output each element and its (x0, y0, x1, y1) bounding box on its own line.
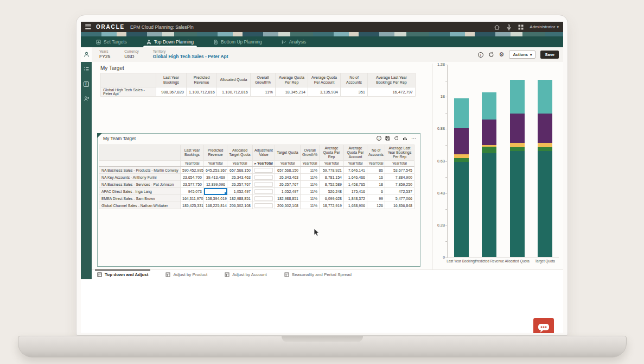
user-menu[interactable]: Administrator ▾ (530, 24, 559, 29)
team-grid-cell[interactable]: 1,458,765 (344, 181, 367, 188)
team-grid-cell[interactable]: 11% (301, 174, 320, 181)
info-icon[interactable]: i (377, 136, 381, 141)
menu-icon[interactable] (85, 24, 91, 29)
grid-cell[interactable]: 3,135,934 (308, 87, 341, 97)
team-subheader-cell[interactable]: ▸ YearTotal (253, 161, 275, 167)
team-grid-cell[interactable]: 16 (367, 174, 385, 181)
sidebar-item-forms[interactable]: Σ (81, 77, 92, 91)
team-grid-cell[interactable]: 1,638,906 (344, 202, 367, 209)
sidebar-item-task-list[interactable] (81, 62, 92, 77)
team-grid-cell[interactable]: 23,654,700 (181, 174, 204, 181)
home-icon[interactable] (494, 24, 500, 30)
team-grid-cell[interactable]: 182,988,851 (275, 195, 301, 202)
chart-icon[interactable] (403, 136, 407, 141)
sidebar-item-my-targets[interactable] (81, 47, 92, 62)
team-grid-cell[interactable]: 1,646,466 (344, 174, 367, 181)
team-grid-cell[interactable]: 472,537 (385, 188, 415, 195)
team-grid-cell[interactable]: 590,452,995 (181, 167, 204, 174)
team-grid-cell[interactable]: 945,073 (181, 188, 204, 195)
team-grid-cell[interactable]: 126 (367, 202, 385, 209)
team-grid-cell[interactable]: 11% (301, 188, 320, 195)
grid-cell[interactable]: 988,367,820 (156, 87, 187, 97)
team-grid-cell[interactable]: 86 (367, 167, 385, 174)
pov-territory-link[interactable]: Global High Tech Sales - Peter Apt (153, 54, 228, 60)
adjustment-value-input[interactable] (254, 189, 273, 194)
team-grid-cell[interactable]: 16,856,848 (385, 202, 415, 209)
team-grid-cell[interactable] (253, 202, 275, 209)
team-grid-cell[interactable]: 26,343,463 (275, 174, 301, 181)
team-grid-cell[interactable]: 11% (301, 181, 320, 188)
team-grid-cell[interactable]: 6 (367, 188, 385, 195)
team-grid-cell[interactable]: 1,052,497 (275, 188, 301, 195)
team-grid-cell[interactable]: 168,225,814 (204, 202, 227, 209)
sidebar-item-insights[interactable] (81, 91, 92, 106)
tab-bottom-up-planning[interactable]: Bottom Up Planning (213, 36, 262, 47)
voice-assistant-icon[interactable] (506, 24, 512, 30)
actions-button[interactable]: Actions ▾ (509, 51, 535, 59)
grid-cell[interactable]: 11% (251, 87, 276, 97)
team-grid-cell[interactable] (253, 181, 275, 188)
subtab-adjust-by-product[interactable]: Adjust by Product (165, 270, 207, 279)
adjustment-value-input[interactable] (254, 168, 273, 173)
refresh-icon[interactable] (488, 52, 494, 58)
team-grid-cell[interactable]: 26,257,767 (275, 181, 301, 188)
grid-cell[interactable]: 1,100,712,816 (217, 87, 251, 97)
selected-grid-cell[interactable] (204, 188, 227, 195)
team-grid-cell[interactable]: 645,253,367 (204, 167, 227, 174)
grid-cell[interactable]: 18,345,214 (276, 87, 308, 97)
chat-feedback-button[interactable] (533, 318, 554, 333)
team-grid-cell[interactable]: 6,099,628 (320, 195, 344, 202)
team-grid-cell[interactable]: 7,859,250 (385, 181, 415, 188)
pov-years-value[interactable]: FY25 (99, 54, 110, 60)
grid-cell[interactable]: 16,472,797 (368, 87, 416, 97)
pov-currency-value[interactable]: USD (124, 54, 138, 60)
team-grid-cell[interactable]: 18,772,919 (320, 202, 344, 209)
save-button[interactable]: Save (540, 51, 559, 59)
team-grid-cell[interactable]: 12,899,096 (204, 181, 227, 188)
team-grid-cell[interactable] (253, 174, 275, 181)
team-grid-cell[interactable]: 59,778,921 (320, 167, 344, 174)
team-grid-cell[interactable]: 11% (301, 202, 320, 209)
team-grid-cell[interactable] (253, 167, 275, 174)
team-grid-cell[interactable]: 185,425,331 (181, 202, 204, 209)
team-grid-cell[interactable] (253, 195, 275, 202)
team-grid-cell[interactable]: 23,577,750 (181, 181, 204, 188)
tab-set-targets[interactable]: Set Targets (96, 36, 127, 47)
team-grid-cell[interactable]: 7,884,900 (385, 174, 415, 181)
team-grid-cell[interactable]: 206,502,108 (275, 202, 301, 209)
team-grid-cell[interactable]: 53,677,545 (385, 167, 415, 174)
team-grid-cell[interactable]: 657,568,150 (275, 167, 301, 174)
team-grid-cell[interactable]: 18 (367, 181, 385, 188)
team-grid-cell[interactable]: 1,848,372 (344, 195, 367, 202)
adjustment-value-input[interactable] (254, 196, 273, 201)
team-grid-cell[interactable]: 164,311,970 (181, 195, 204, 202)
team-grid-cell[interactable]: 39,413,469 (204, 174, 227, 181)
team-grid-cell[interactable]: 11% (301, 167, 320, 174)
team-grid-cell[interactable]: 5,477,066 (385, 195, 415, 202)
team-grid-cell[interactable]: 11% (301, 195, 320, 202)
info-icon[interactable]: i (478, 52, 483, 58)
gear-icon[interactable]: ⚙ (499, 52, 505, 58)
team-grid-cell[interactable]: 26,257,767 (227, 181, 253, 188)
subtab-adjust-by-account[interactable]: Adjust by Account (225, 270, 267, 279)
team-grid-cell[interactable]: 657,568,150 (227, 167, 253, 174)
adjustment-value-input[interactable] (254, 203, 273, 208)
team-grid-cell[interactable]: 99 (367, 195, 385, 202)
subtab-top-down-and-adjust[interactable]: Top down and Adjust (97, 270, 148, 279)
team-grid-cell[interactable] (253, 188, 275, 195)
app-switcher-icon[interactable] (518, 24, 524, 30)
subtab-seasonality-period-spread[interactable]: Seasonality and Period Spread (284, 270, 352, 279)
tab-top-down-planning[interactable]: Top Down Planning (146, 36, 194, 47)
team-grid-cell[interactable]: 7,646,141 (344, 167, 367, 174)
team-grid-cell[interactable]: 158,394,019 (204, 195, 227, 202)
team-grid-cell[interactable]: 206,502,108 (227, 202, 253, 209)
grid-cell[interactable]: 351 (341, 87, 368, 97)
save-grid-icon[interactable] (385, 136, 390, 141)
grid-cell[interactable]: 1,100,712,816 (187, 87, 217, 97)
team-grid-cell[interactable]: 8,781,154 (320, 174, 344, 181)
team-grid-cell[interactable]: 26,343,463 (227, 174, 253, 181)
team-grid-cell[interactable]: 175,416 (344, 188, 367, 195)
refresh-icon[interactable] (394, 136, 399, 141)
more-icon[interactable]: ⋯ (411, 137, 417, 140)
team-grid-cell[interactable]: 526,248 (320, 188, 344, 195)
